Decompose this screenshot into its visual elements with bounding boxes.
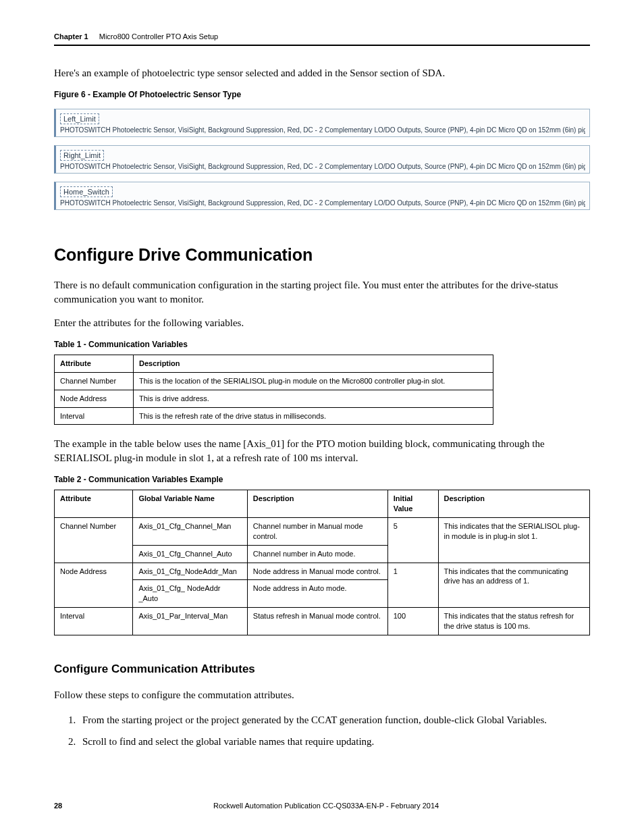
table-cell: 1 (387, 563, 438, 608)
table-cell: Axis_01_Cfg_NodeAddr_Man (133, 563, 247, 580)
table-cell: Axis_01_Cfg_Channel_Man (133, 518, 247, 546)
sensor-left-limit: Left_Limit PHOTOSWITCH Photoelectric Sen… (54, 109, 590, 137)
page-footer: 28 Rockwell Automation Publication CC-QS… (54, 802, 590, 810)
table-cell: Interval (55, 407, 134, 425)
steps-list: From the starting project or the project… (78, 712, 590, 750)
section-paragraph: Enter the attributes for the following v… (54, 316, 590, 330)
communication-variables-table: Attribute Description Channel Number Thi… (54, 355, 493, 425)
table-header: Description (134, 355, 493, 373)
table-row: Interval Axis_01_Par_Interval_Man Status… (55, 608, 590, 635)
table-cell: Channel number in Manual mode control. (247, 518, 387, 546)
table-row: Channel Number Axis_01_Cfg_Channel_Man C… (55, 518, 590, 546)
table-row: Interval This is the refresh rate of the… (55, 407, 493, 425)
sensor-right-limit: Right_Limit PHOTOSWITCH Photoelectric Se… (54, 145, 590, 174)
table-row: Channel Number This is the location of t… (55, 372, 493, 390)
table-row: Node Address This is drive address. (55, 390, 493, 407)
table-cell: Channel number in Auto mode. (247, 545, 387, 563)
intro-paragraph: Here's an example of photoelectric type … (54, 66, 590, 80)
table-cell: 5 (387, 518, 438, 563)
table-cell: This indicates that the status refresh f… (438, 608, 590, 635)
sensor-label: Right_Limit (60, 150, 104, 161)
table-cell: This is the location of the SERIALISOL p… (134, 372, 493, 390)
table-cell: Channel Number (55, 518, 133, 563)
sensor-description: PHOTOSWITCH Photoelectric Sensor, VisiSi… (60, 163, 585, 170)
table-cell: Status refresh in Manual mode control. (247, 608, 387, 635)
table-header: Description (438, 490, 590, 518)
sensor-label: Left_Limit (60, 113, 99, 124)
table-cell: This is the refresh rate of the drive st… (134, 407, 493, 425)
figure-caption: Figure 6 - Example Of Photoelectric Sens… (54, 90, 590, 99)
step-item: Scroll to find and select the global var… (78, 733, 590, 750)
table-cell: Interval (55, 608, 133, 635)
table-cell: This indicates that the communicating dr… (438, 563, 590, 608)
table-cell: Node Address (55, 563, 133, 608)
communication-variables-example-table: Attribute Global Variable Name Descripti… (54, 490, 590, 635)
section-heading-configure-attributes: Configure Communication Attributes (54, 662, 590, 676)
table-header: Attribute (55, 490, 133, 518)
table-cell: Axis_01_Cfg_Channel_Auto (133, 545, 247, 563)
table-cell: Node address in Auto mode. (247, 580, 387, 608)
table-cell: 100 (387, 608, 438, 635)
page-number: 28 (54, 802, 62, 810)
table-row: Node Address Axis_01_Cfg_NodeAddr_Man No… (55, 563, 590, 580)
table-cell: Axis_01_Par_Interval_Man (133, 608, 247, 635)
step-item: From the starting project or the project… (78, 712, 590, 728)
section-heading-configure-drive: Configure Drive Communication (54, 245, 590, 265)
sensor-description: PHOTOSWITCH Photoelectric Sensor, VisiSi… (60, 126, 585, 134)
table-header: Global Variable Name (133, 490, 247, 518)
example-paragraph: The example in the table below uses the … (54, 437, 590, 465)
table2-caption: Table 2 - Communication Variables Exampl… (54, 475, 590, 484)
chapter-title: Micro800 Controller PTO Axis Setup (99, 32, 218, 41)
table-cell: Node address in Manual mode control. (247, 563, 387, 580)
publication-info: Rockwell Automation Publication CC-QS033… (213, 802, 439, 810)
table1-caption: Table 1 - Communication Variables (54, 340, 590, 349)
table-header: Description (247, 490, 387, 518)
table-cell: This is drive address. (134, 390, 493, 407)
table-cell: This indicates that the SERIALISOL plug-… (438, 518, 590, 563)
table-cell: Channel Number (55, 372, 134, 390)
section-paragraph: There is no default communication config… (54, 278, 590, 307)
page-header: Chapter 1 Micro800 Controller PTO Axis S… (54, 32, 590, 45)
sensor-label: Home_Switch (60, 186, 113, 197)
table-cell: Node Address (55, 390, 134, 407)
table-header: Attribute (55, 355, 134, 373)
sensor-description: PHOTOSWITCH Photoelectric Sensor, VisiSi… (60, 199, 585, 207)
section-paragraph: Follow these steps to configure the comm… (54, 688, 590, 702)
sensor-home-switch: Home_Switch PHOTOSWITCH Photoelectric Se… (54, 182, 590, 210)
table-cell: Axis_01_Cfg_ NodeAddr _Auto (133, 580, 247, 608)
table-header: Initial Value (387, 490, 438, 518)
chapter-label: Chapter 1 (54, 32, 88, 41)
header-rule (54, 45, 590, 46)
